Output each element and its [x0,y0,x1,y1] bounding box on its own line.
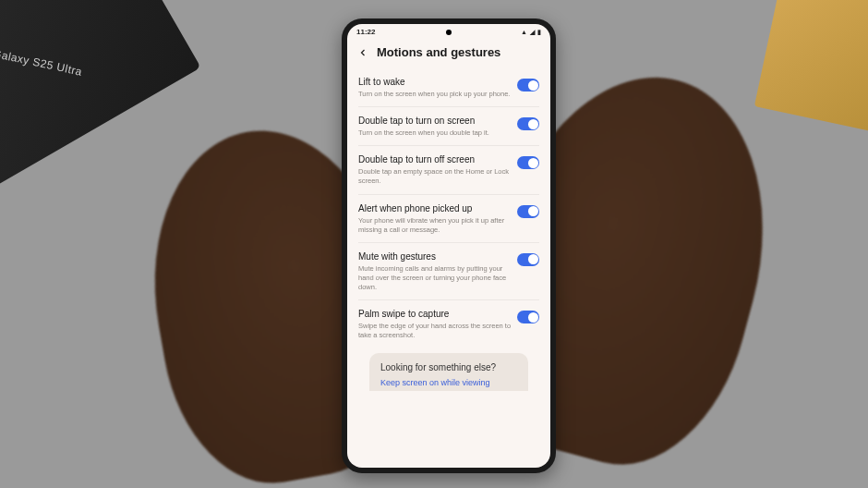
wifi-icon: ▲ [521,29,527,35]
phone-screen: 11:22 ▲ ◢ ▮ Motions and gestures Lift to… [347,24,550,468]
setting-subtitle: Mute incoming calls and alarms by puttin… [358,264,512,292]
signal-icon: ◢ [530,29,535,36]
page-title: Motions and gestures [377,45,500,59]
battery-icon: ▮ [537,29,541,36]
box-label: Galaxy S25 Ultra [0,47,83,79]
setting-subtitle: Double tap an empty space on the Home or… [358,167,512,186]
setting-subtitle: Turn on the screen when you double tap i… [358,128,512,138]
footer-heading: Looking for something else? [380,362,517,372]
toggle-double-tap-on[interactable] [517,117,539,130]
setting-double-tap-off[interactable]: Double tap to turn off screen Double tap… [358,145,539,193]
toggle-alert-picked-up[interactable] [517,205,539,218]
product-box: Galaxy S25 Ultra [0,0,201,188]
toggle-palm-swipe[interactable] [517,311,539,323]
toggle-lift-to-wake[interactable] [517,79,539,92]
setting-alert-picked-up[interactable]: Alert when phone picked up Your phone wi… [358,194,539,242]
setting-title: Double tap to turn on screen [358,115,512,127]
setting-mute-gestures[interactable]: Mute with gestures Mute incoming calls a… [358,242,539,299]
setting-subtitle: Your phone will vibrate when you pick it… [358,216,512,235]
setting-palm-swipe[interactable]: Palm swipe to capture Swipe the edge of … [358,299,539,348]
setting-title: Double tap to turn off screen [358,153,512,165]
setting-title: Mute with gestures [358,250,512,262]
setting-title: Lift to wake [358,76,512,88]
setting-subtitle: Turn on the screen when you pick up your… [358,90,512,99]
status-time: 11:22 [356,28,521,36]
setting-subtitle: Swipe the edge of your hand across the s… [358,322,512,340]
toggle-double-tap-off[interactable] [517,156,539,169]
setting-title: Palm swipe to capture [358,308,512,320]
wood-block [754,0,868,131]
toggle-mute-gestures[interactable] [517,253,539,266]
back-button[interactable] [356,46,369,59]
footer-card: Looking for something else? Keep screen … [369,353,528,391]
footer-link-keep-screen-on[interactable]: Keep screen on while viewing [380,378,517,387]
setting-double-tap-on[interactable]: Double tap to turn on screen Turn on the… [358,106,539,145]
setting-lift-to-wake[interactable]: Lift to wake Turn on the screen when you… [358,68,539,106]
phone-frame: 11:22 ▲ ◢ ▮ Motions and gestures Lift to… [342,18,556,473]
status-icons: ▲ ◢ ▮ [521,29,541,36]
page-header: Motions and gestures [347,38,550,68]
setting-title: Alert when phone picked up [358,202,512,214]
camera-notch [446,30,452,35]
settings-list[interactable]: Lift to wake Turn on the screen when you… [347,68,550,468]
